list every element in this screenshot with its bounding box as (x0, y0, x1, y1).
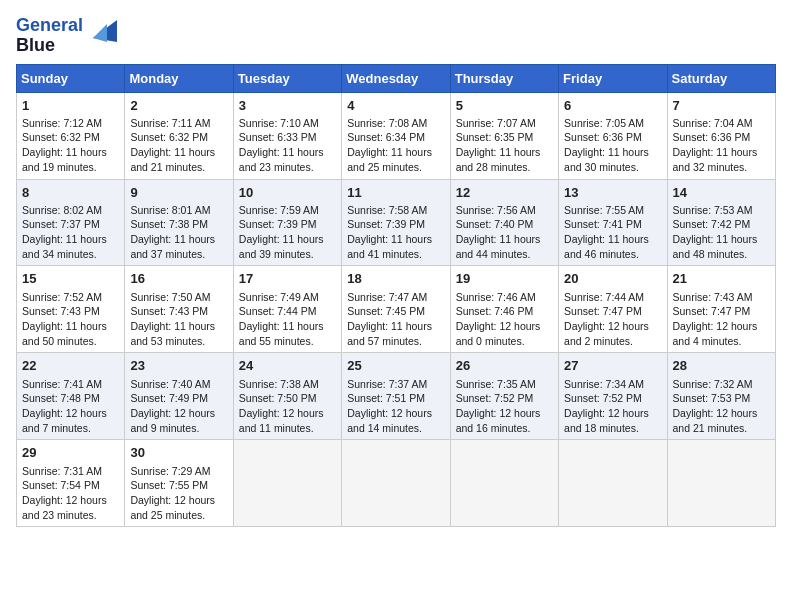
logo: GeneralBlue (16, 16, 117, 56)
calendar-cell: 30Sunrise: 7:29 AM Sunset: 7:55 PM Dayli… (125, 440, 233, 527)
day-info: Sunrise: 7:52 AM Sunset: 7:43 PM Dayligh… (22, 290, 119, 349)
col-header-tuesday: Tuesday (233, 64, 341, 92)
col-header-sunday: Sunday (17, 64, 125, 92)
day-number: 26 (456, 357, 553, 375)
calendar-cell: 12Sunrise: 7:56 AM Sunset: 7:40 PM Dayli… (450, 179, 558, 266)
day-number: 21 (673, 270, 770, 288)
calendar-cell: 21Sunrise: 7:43 AM Sunset: 7:47 PM Dayli… (667, 266, 775, 353)
calendar-cell: 8Sunrise: 8:02 AM Sunset: 7:37 PM Daylig… (17, 179, 125, 266)
calendar-cell: 19Sunrise: 7:46 AM Sunset: 7:46 PM Dayli… (450, 266, 558, 353)
calendar-cell (342, 440, 450, 527)
day-number: 9 (130, 184, 227, 202)
day-number: 22 (22, 357, 119, 375)
day-info: Sunrise: 7:31 AM Sunset: 7:54 PM Dayligh… (22, 464, 119, 523)
col-header-friday: Friday (559, 64, 667, 92)
calendar-cell: 1Sunrise: 7:12 AM Sunset: 6:32 PM Daylig… (17, 92, 125, 179)
calendar-cell: 27Sunrise: 7:34 AM Sunset: 7:52 PM Dayli… (559, 353, 667, 440)
day-number: 7 (673, 97, 770, 115)
day-info: Sunrise: 7:10 AM Sunset: 6:33 PM Dayligh… (239, 116, 336, 175)
day-number: 17 (239, 270, 336, 288)
day-number: 4 (347, 97, 444, 115)
calendar-header-row: SundayMondayTuesdayWednesdayThursdayFrid… (17, 64, 776, 92)
day-info: Sunrise: 7:59 AM Sunset: 7:39 PM Dayligh… (239, 203, 336, 262)
calendar-cell (667, 440, 775, 527)
day-number: 13 (564, 184, 661, 202)
calendar-cell: 11Sunrise: 7:58 AM Sunset: 7:39 PM Dayli… (342, 179, 450, 266)
calendar-cell: 28Sunrise: 7:32 AM Sunset: 7:53 PM Dayli… (667, 353, 775, 440)
day-info: Sunrise: 7:08 AM Sunset: 6:34 PM Dayligh… (347, 116, 444, 175)
day-number: 20 (564, 270, 661, 288)
calendar-week-2: 15Sunrise: 7:52 AM Sunset: 7:43 PM Dayli… (17, 266, 776, 353)
day-number: 29 (22, 444, 119, 462)
day-number: 5 (456, 97, 553, 115)
page-header: GeneralBlue (16, 16, 776, 56)
day-info: Sunrise: 8:01 AM Sunset: 7:38 PM Dayligh… (130, 203, 227, 262)
col-header-saturday: Saturday (667, 64, 775, 92)
day-info: Sunrise: 7:29 AM Sunset: 7:55 PM Dayligh… (130, 464, 227, 523)
day-number: 23 (130, 357, 227, 375)
calendar-cell: 22Sunrise: 7:41 AM Sunset: 7:48 PM Dayli… (17, 353, 125, 440)
day-info: Sunrise: 7:04 AM Sunset: 6:36 PM Dayligh… (673, 116, 770, 175)
day-info: Sunrise: 7:49 AM Sunset: 7:44 PM Dayligh… (239, 290, 336, 349)
calendar-cell: 14Sunrise: 7:53 AM Sunset: 7:42 PM Dayli… (667, 179, 775, 266)
calendar-cell: 3Sunrise: 7:10 AM Sunset: 6:33 PM Daylig… (233, 92, 341, 179)
day-info: Sunrise: 7:55 AM Sunset: 7:41 PM Dayligh… (564, 203, 661, 262)
day-info: Sunrise: 7:41 AM Sunset: 7:48 PM Dayligh… (22, 377, 119, 436)
calendar-cell: 17Sunrise: 7:49 AM Sunset: 7:44 PM Dayli… (233, 266, 341, 353)
calendar-week-1: 8Sunrise: 8:02 AM Sunset: 7:37 PM Daylig… (17, 179, 776, 266)
calendar-cell: 29Sunrise: 7:31 AM Sunset: 7:54 PM Dayli… (17, 440, 125, 527)
day-info: Sunrise: 7:35 AM Sunset: 7:52 PM Dayligh… (456, 377, 553, 436)
calendar-cell: 20Sunrise: 7:44 AM Sunset: 7:47 PM Dayli… (559, 266, 667, 353)
calendar-cell: 6Sunrise: 7:05 AM Sunset: 6:36 PM Daylig… (559, 92, 667, 179)
day-number: 3 (239, 97, 336, 115)
calendar-cell: 2Sunrise: 7:11 AM Sunset: 6:32 PM Daylig… (125, 92, 233, 179)
day-info: Sunrise: 7:07 AM Sunset: 6:35 PM Dayligh… (456, 116, 553, 175)
day-number: 24 (239, 357, 336, 375)
logo-text: GeneralBlue (16, 16, 83, 56)
day-number: 12 (456, 184, 553, 202)
calendar-cell: 18Sunrise: 7:47 AM Sunset: 7:45 PM Dayli… (342, 266, 450, 353)
day-info: Sunrise: 7:44 AM Sunset: 7:47 PM Dayligh… (564, 290, 661, 349)
calendar-cell: 7Sunrise: 7:04 AM Sunset: 6:36 PM Daylig… (667, 92, 775, 179)
day-number: 10 (239, 184, 336, 202)
calendar-cell: 15Sunrise: 7:52 AM Sunset: 7:43 PM Dayli… (17, 266, 125, 353)
day-info: Sunrise: 8:02 AM Sunset: 7:37 PM Dayligh… (22, 203, 119, 262)
day-info: Sunrise: 7:53 AM Sunset: 7:42 PM Dayligh… (673, 203, 770, 262)
calendar-cell: 10Sunrise: 7:59 AM Sunset: 7:39 PM Dayli… (233, 179, 341, 266)
calendar-cell: 4Sunrise: 7:08 AM Sunset: 6:34 PM Daylig… (342, 92, 450, 179)
day-number: 11 (347, 184, 444, 202)
col-header-wednesday: Wednesday (342, 64, 450, 92)
svg-marker-1 (93, 24, 107, 42)
calendar-cell: 23Sunrise: 7:40 AM Sunset: 7:49 PM Dayli… (125, 353, 233, 440)
day-number: 15 (22, 270, 119, 288)
calendar-cell: 16Sunrise: 7:50 AM Sunset: 7:43 PM Dayli… (125, 266, 233, 353)
day-number: 30 (130, 444, 227, 462)
calendar-cell: 26Sunrise: 7:35 AM Sunset: 7:52 PM Dayli… (450, 353, 558, 440)
day-info: Sunrise: 7:43 AM Sunset: 7:47 PM Dayligh… (673, 290, 770, 349)
day-number: 16 (130, 270, 227, 288)
calendar-cell: 24Sunrise: 7:38 AM Sunset: 7:50 PM Dayli… (233, 353, 341, 440)
day-info: Sunrise: 7:47 AM Sunset: 7:45 PM Dayligh… (347, 290, 444, 349)
day-number: 14 (673, 184, 770, 202)
day-number: 2 (130, 97, 227, 115)
calendar-week-4: 29Sunrise: 7:31 AM Sunset: 7:54 PM Dayli… (17, 440, 776, 527)
calendar-week-0: 1Sunrise: 7:12 AM Sunset: 6:32 PM Daylig… (17, 92, 776, 179)
day-info: Sunrise: 7:50 AM Sunset: 7:43 PM Dayligh… (130, 290, 227, 349)
day-number: 1 (22, 97, 119, 115)
logo-icon (85, 20, 117, 42)
calendar-cell (559, 440, 667, 527)
day-number: 18 (347, 270, 444, 288)
calendar-week-3: 22Sunrise: 7:41 AM Sunset: 7:48 PM Dayli… (17, 353, 776, 440)
calendar-cell (450, 440, 558, 527)
day-info: Sunrise: 7:46 AM Sunset: 7:46 PM Dayligh… (456, 290, 553, 349)
day-number: 19 (456, 270, 553, 288)
day-info: Sunrise: 7:40 AM Sunset: 7:49 PM Dayligh… (130, 377, 227, 436)
day-info: Sunrise: 7:32 AM Sunset: 7:53 PM Dayligh… (673, 377, 770, 436)
day-info: Sunrise: 7:11 AM Sunset: 6:32 PM Dayligh… (130, 116, 227, 175)
calendar-cell: 13Sunrise: 7:55 AM Sunset: 7:41 PM Dayli… (559, 179, 667, 266)
calendar-cell (233, 440, 341, 527)
day-info: Sunrise: 7:05 AM Sunset: 6:36 PM Dayligh… (564, 116, 661, 175)
day-info: Sunrise: 7:38 AM Sunset: 7:50 PM Dayligh… (239, 377, 336, 436)
col-header-thursday: Thursday (450, 64, 558, 92)
day-number: 8 (22, 184, 119, 202)
